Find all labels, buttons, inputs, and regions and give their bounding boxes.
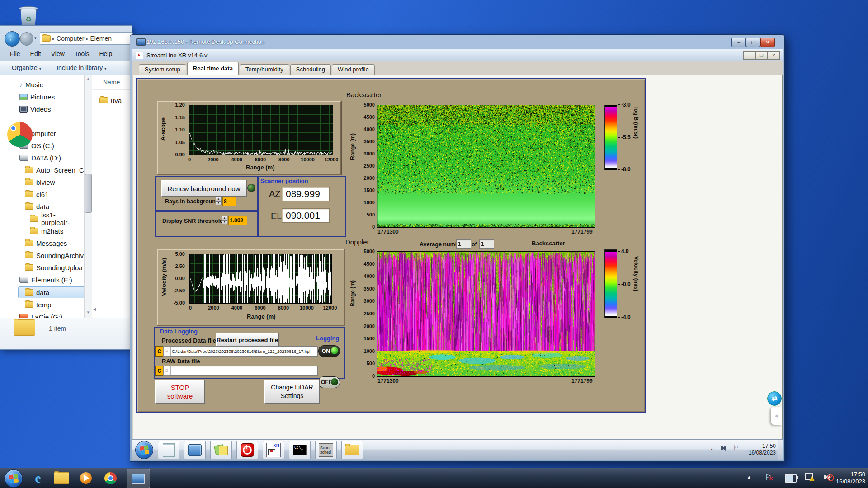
taskbar-explorer-button[interactable]: [341, 441, 363, 459]
backscatter-heatmap-canvas[interactable]: [377, 105, 595, 228]
tab-scheduling[interactable]: Scheduling: [290, 64, 331, 75]
menu-tools[interactable]: Tools: [75, 50, 90, 57]
stop-software-button[interactable]: STOPsoftware: [155, 380, 205, 404]
hscroll-left-icon[interactable]: ◀: [93, 307, 96, 311]
tree-item-music[interactable]: ♪Music: [19, 79, 43, 90]
battery-icon[interactable]: [785, 474, 797, 483]
tree-item-elements-e[interactable]: Elements (E:): [19, 274, 72, 285]
tree-item-data[interactable]: data: [25, 201, 49, 212]
taskbar-ie-button[interactable]: e: [29, 469, 47, 487]
rdp-maximize-button[interactable]: ▢: [746, 38, 760, 47]
chrome-logo-icon[interactable]: [7, 122, 33, 147]
taskbar-explorer-button[interactable]: [52, 469, 71, 487]
taskbar-labview-xr-button[interactable]: XR: [263, 441, 284, 459]
az-value[interactable]: 089.999: [282, 187, 330, 201]
tree-item-lacie-g[interactable]: LaCie (G:): [19, 311, 62, 318]
tree-item-data-d[interactable]: DATA (D:): [19, 152, 61, 163]
taskbar-rdp-button-active[interactable]: [127, 469, 150, 488]
average-of-value[interactable]: 1: [479, 239, 494, 249]
average-number-value[interactable]: 1: [456, 239, 471, 249]
taskbar-scan-sched-button[interactable]: Scansched: [315, 441, 337, 459]
history-dropdown-icon[interactable]: ▾: [34, 36, 37, 40]
el-value[interactable]: 090.001: [282, 208, 330, 223]
tree-item-soundingupload[interactable]: SoundingUploa: [25, 262, 83, 273]
rdp-close-button[interactable]: ✕: [760, 38, 775, 47]
processed-logging-toggle[interactable]: ON: [318, 345, 340, 357]
forward-button[interactable]: →: [20, 32, 33, 46]
ascope-plot-canvas[interactable]: [189, 105, 333, 155]
drive-letter-box[interactable]: C: [155, 366, 164, 376]
scroll-up-icon[interactable]: ▲: [86, 77, 90, 81]
drive-letter-box[interactable]: C: [155, 346, 164, 357]
tree-item-cl61[interactable]: cl61: [25, 189, 49, 200]
menu-edit[interactable]: Edit: [30, 50, 41, 57]
tray-expand-icon[interactable]: ▲: [710, 447, 714, 451]
tab-temp-humidity[interactable]: Temp/humidity: [240, 64, 289, 75]
change-lidar-settings-button[interactable]: Change LiDARSettings: [264, 380, 320, 404]
snr-spinner[interactable]: ▲▼: [222, 216, 227, 224]
menu-view[interactable]: View: [51, 50, 65, 57]
tree-item-temp[interactable]: temp: [25, 299, 51, 310]
volume-icon[interactable]: [721, 445, 727, 451]
teamviewer-panel[interactable]: ⇄ ◀: [767, 391, 782, 425]
include-in-library-button[interactable]: Include in library ▾: [57, 64, 106, 71]
tree-item-messages[interactable]: Messages: [25, 238, 67, 249]
tree-item-data-selected[interactable]: data: [18, 286, 84, 298]
file-item-uva[interactable]: uva_: [99, 95, 126, 106]
breadcrumb-computer[interactable]: Computer: [57, 35, 84, 42]
taskbar-wmp-button[interactable]: [77, 469, 95, 487]
taskbar-system-button[interactable]: [184, 441, 206, 459]
remote-clock[interactable]: 17:5016/08/2023: [743, 443, 776, 456]
breadcrumb[interactable]: ▸ Computer ▸ Elemen: [40, 32, 133, 45]
tab-system-setup[interactable]: System setup: [139, 64, 186, 75]
rdp-minimize-button[interactable]: –: [731, 38, 746, 47]
tree-item-auto-screen[interactable]: Auto_Screen_Ca: [25, 164, 84, 175]
menu-file[interactable]: File: [10, 50, 20, 57]
snr-value[interactable]: 1.002: [228, 216, 247, 225]
scroll-down-icon[interactable]: ▼: [86, 310, 90, 314]
action-center-flag-icon[interactable]: ⚐ ✕: [765, 473, 774, 482]
remote-start-button[interactable]: [135, 441, 153, 459]
restart-processed-button[interactable]: Restart processed file: [216, 333, 279, 347]
organize-button[interactable]: Organize ▾: [12, 64, 41, 71]
rays-value[interactable]: 8: [222, 197, 236, 206]
tree-item-iss1-purpleair[interactable]: iss1-purpleair-: [30, 213, 84, 224]
velocity-plot-canvas[interactable]: [189, 254, 332, 304]
tree-item-pictures[interactable]: Pictures: [19, 91, 55, 102]
tree-item-soundingarchive[interactable]: SoundingArchiv: [25, 250, 84, 261]
teamviewer-tab-handle[interactable]: ◀: [771, 407, 782, 425]
taskbar-shutdown-button[interactable]: [236, 441, 258, 459]
raw-path-field[interactable]: [170, 366, 318, 376]
taskbar-notepad-button[interactable]: [158, 441, 179, 459]
menu-help[interactable]: Help: [99, 50, 112, 57]
show-desktop-button[interactable]: [778, 440, 783, 460]
tab-real-time-data[interactable]: Real time data: [187, 62, 239, 75]
network-icon[interactable]: !: [805, 473, 815, 481]
teamviewer-icon[interactable]: ⇄: [767, 391, 782, 406]
host-start-button[interactable]: [5, 469, 23, 488]
name-column-header[interactable]: Name: [103, 79, 120, 86]
action-center-flag-icon[interactable]: ⚐: [733, 444, 739, 451]
rdp-title-bar[interactable]: 192.168.0.150 - Remote Desktop Connectio…: [130, 35, 784, 49]
scrollbar-thumb[interactable]: [85, 174, 92, 213]
processed-path-field[interactable]: C:\Lidar\Data\Proc\2023\202308\20230816\…: [170, 346, 318, 357]
tray-expand-icon[interactable]: ▲: [747, 474, 751, 479]
browse-icon[interactable]: ⌸: [163, 346, 170, 357]
taskbar-sticky-notes-button[interactable]: [210, 441, 232, 459]
doppler-heatmap-canvas[interactable]: [377, 251, 595, 377]
browse-icon[interactable]: ⌸: [163, 366, 170, 376]
tree-item-videos[interactable]: Videos: [19, 103, 51, 114]
vi-title-bar[interactable]: StreamLine XR v14-6.vi – ❐ ✕: [132, 49, 783, 61]
rays-spinner[interactable]: ▲▼: [216, 197, 222, 205]
vi-minimize-button[interactable]: –: [743, 51, 755, 60]
renew-background-button[interactable]: Renew background now: [161, 180, 247, 197]
vi-close-button[interactable]: ✕: [768, 51, 780, 60]
taskbar-chrome-button[interactable]: [101, 469, 119, 487]
volume-muted-icon[interactable]: [824, 474, 832, 481]
tab-wind-profile[interactable]: Wind profile: [332, 64, 375, 75]
tree-item-m2hats[interactable]: m2hats: [30, 225, 63, 236]
breadcrumb-elements[interactable]: Elemen: [90, 35, 112, 42]
host-clock[interactable]: 17:5016/08/2023: [835, 471, 865, 485]
vi-restore-button[interactable]: ❐: [755, 51, 768, 60]
raw-logging-toggle[interactable]: OFF: [318, 376, 340, 388]
